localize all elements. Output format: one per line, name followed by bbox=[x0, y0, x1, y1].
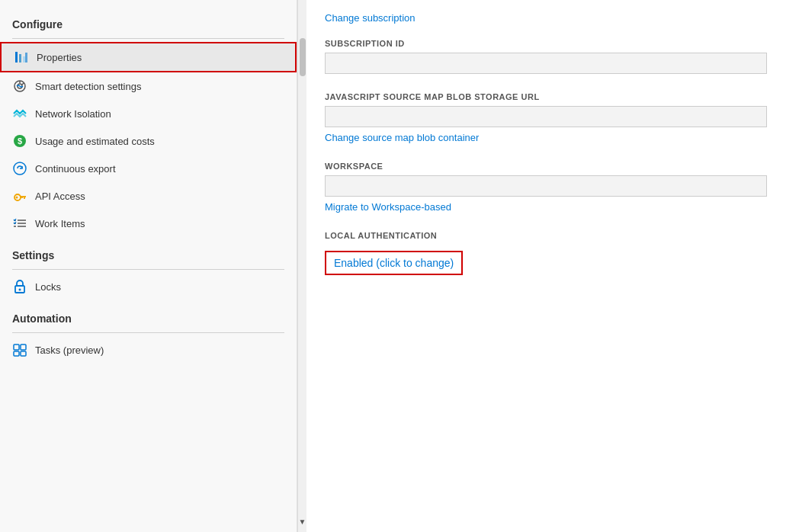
svg-rect-28 bbox=[21, 351, 26, 356]
svg-rect-26 bbox=[21, 345, 26, 350]
sidebar-item-properties-label: Properties bbox=[37, 52, 82, 63]
javascript-source-map-section: JAVASCRIPT SOURCE MAP BLOB STORAGE URL C… bbox=[325, 92, 781, 143]
locks-icon bbox=[12, 279, 27, 294]
sidebar-item-work-items-label: Work Items bbox=[35, 218, 85, 229]
sidebar-item-tasks-preview-label: Tasks (preview) bbox=[35, 345, 104, 356]
javascript-source-map-input[interactable] bbox=[325, 106, 767, 127]
configure-section-title: Configure bbox=[0, 6, 297, 35]
sidebar-item-locks[interactable]: Locks bbox=[0, 273, 297, 300]
scroll-down-arrow[interactable]: ▼ bbox=[299, 518, 306, 526]
export-icon bbox=[12, 161, 27, 176]
sidebar-item-api-access[interactable]: API Access bbox=[0, 182, 297, 210]
sidebar-item-usage-costs-label: Usage and estimated costs bbox=[35, 136, 155, 147]
svg-rect-27 bbox=[14, 351, 19, 356]
svg-rect-0 bbox=[15, 52, 18, 62]
svg-rect-3 bbox=[25, 53, 27, 62]
tasks-icon bbox=[12, 342, 27, 357]
properties-icon bbox=[14, 50, 29, 65]
workspace-label: WORKSPACE bbox=[325, 162, 781, 171]
main-content: Change subscription SUBSCRIPTION ID JAVA… bbox=[306, 0, 799, 532]
svg-text:$: $ bbox=[18, 136, 22, 146]
sidebar-item-continuous-export[interactable]: Continuous export bbox=[0, 155, 297, 182]
sidebar-item-work-items[interactable]: Work Items bbox=[0, 210, 297, 237]
smart-detection-icon bbox=[12, 79, 27, 94]
subscription-id-input[interactable] bbox=[325, 53, 767, 74]
network-icon bbox=[12, 106, 27, 121]
automation-divider bbox=[12, 332, 284, 333]
usage-icon: $ bbox=[12, 133, 27, 149]
subscription-id-label: SUBSCRIPTION ID bbox=[325, 39, 781, 48]
svg-rect-25 bbox=[14, 345, 19, 350]
change-subscription-link[interactable]: Change subscription bbox=[325, 12, 416, 24]
change-subscription-section: Change subscription bbox=[325, 8, 781, 24]
sidebar-item-usage-costs[interactable]: $ Usage and estimated costs bbox=[0, 127, 297, 155]
sidebar-item-tasks-preview[interactable]: Tasks (preview) bbox=[0, 336, 297, 364]
svg-rect-2 bbox=[23, 56, 25, 62]
javascript-source-map-label: JAVASCRIPT SOURCE MAP BLOB STORAGE URL bbox=[325, 92, 781, 101]
sidebar-item-api-access-label: API Access bbox=[35, 191, 85, 202]
scrollbar-thumb[interactable] bbox=[300, 38, 306, 76]
migrate-link[interactable]: Migrate to Workspace-based bbox=[325, 201, 451, 213]
svg-point-24 bbox=[19, 289, 21, 291]
sidebar-item-network-isolation[interactable]: Network Isolation bbox=[0, 100, 297, 127]
sidebar-item-smart-detection-label: Smart detection settings bbox=[35, 81, 141, 92]
api-icon bbox=[12, 188, 27, 204]
scrollbar[interactable]: ▼ bbox=[297, 0, 306, 532]
sidebar-item-smart-detection[interactable]: Smart detection settings bbox=[0, 72, 297, 100]
workspace-input[interactable] bbox=[325, 175, 767, 197]
sidebar-item-properties[interactable]: Properties bbox=[0, 42, 297, 72]
change-source-map-link[interactable]: Change source map blob container bbox=[325, 132, 479, 143]
subscription-id-section: SUBSCRIPTION ID bbox=[325, 39, 781, 74]
local-auth-label: LOCAL AUTHENTICATION bbox=[325, 231, 781, 240]
local-auth-toggle[interactable]: Enabled (click to change) bbox=[325, 251, 463, 275]
svg-rect-1 bbox=[19, 54, 21, 62]
sidebar-item-network-isolation-label: Network Isolation bbox=[35, 108, 111, 120]
svg-line-7 bbox=[22, 83, 24, 85]
svg-point-16 bbox=[16, 197, 18, 199]
local-auth-section: LOCAL AUTHENTICATION Enabled (click to c… bbox=[325, 231, 781, 275]
sidebar: Configure Properties Smart detection set… bbox=[0, 0, 297, 532]
settings-divider bbox=[12, 269, 284, 270]
configure-divider bbox=[12, 38, 284, 39]
work-items-icon bbox=[12, 216, 27, 231]
workspace-section: WORKSPACE Migrate to Workspace-based bbox=[325, 162, 781, 213]
sidebar-item-continuous-export-label: Continuous export bbox=[35, 163, 116, 175]
settings-section-title: Settings bbox=[0, 237, 297, 266]
automation-section-title: Automation bbox=[0, 300, 297, 329]
sidebar-item-locks-label: Locks bbox=[35, 281, 61, 293]
